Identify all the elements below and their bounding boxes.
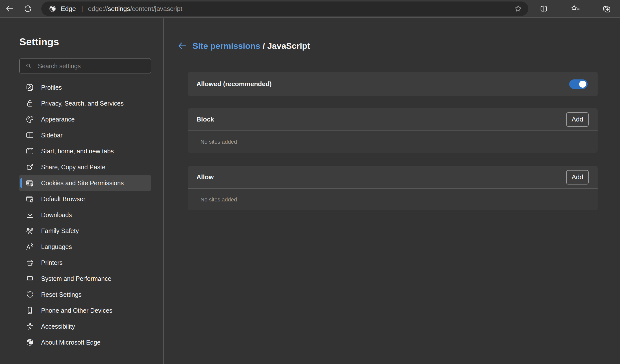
sidebar-item-start-home-tabs[interactable]: Start, home, and new tabs — [19, 143, 151, 159]
sidebar-item-sidebar[interactable]: Sidebar — [19, 127, 151, 143]
settings-search-box[interactable] — [19, 59, 151, 73]
family-safety-icon — [25, 226, 34, 235]
allow-add-button[interactable]: Add — [566, 170, 589, 184]
sidebar-panes-icon — [25, 131, 34, 140]
sidebar-item-system-performance[interactable]: System and Performance — [19, 271, 151, 287]
downloads-arrow-icon — [25, 210, 34, 219]
accessibility-icon — [25, 322, 34, 331]
cookies-permissions-icon — [25, 179, 34, 187]
sidebar-item-label: Privacy, Search, and Services — [41, 100, 124, 107]
url-path: /content/javascript — [130, 5, 183, 12]
sidebar-item-about-edge[interactable]: About Microsoft Edge — [19, 334, 151, 350]
block-add-button[interactable]: Add — [566, 112, 589, 127]
settings-nav: Profiles Privacy, Search, and Services — [0, 79, 163, 350]
share-copy-paste-icon — [25, 163, 34, 172]
search-input[interactable] — [38, 62, 147, 70]
search-icon — [25, 62, 32, 70]
permission-cards: Allowed (recommended) Block Add No sites… — [188, 72, 598, 210]
sidebar-item-reset-settings[interactable]: Reset Settings — [19, 287, 151, 303]
allowed-card: Allowed (recommended) — [188, 72, 598, 96]
settings-sidebar: Settings Profiles Privacy — [0, 18, 164, 364]
block-title: Block — [196, 116, 214, 123]
sidebar-item-label: Family Safety — [41, 227, 79, 235]
sidebar-item-share-copy-paste[interactable]: Share, Copy and Paste — [19, 159, 151, 175]
sidebar-item-accessibility[interactable]: Accessibility — [19, 318, 151, 334]
address-url[interactable]: edge://settings/content/javascript — [88, 5, 513, 13]
block-empty-text: No sites added — [200, 139, 237, 145]
browser-toolbar: Edge | edge://settings/content/javascrip… — [0, 0, 620, 18]
split-screen-button[interactable] — [538, 3, 550, 15]
edge-logo-icon — [48, 4, 57, 13]
split-screen-icon — [539, 4, 549, 13]
sidebar-item-printers[interactable]: Printers — [19, 255, 151, 271]
back-arrow-icon — [5, 4, 14, 13]
sidebar-item-label: Phone and Other Devices — [41, 307, 112, 314]
phone-devices-icon — [25, 306, 34, 315]
javascript-settings-panel: Site permissions / JavaScript Allowed (r… — [164, 18, 620, 364]
breadcrumb-current-page: / JavaScript — [263, 41, 310, 51]
reload-button[interactable] — [22, 3, 34, 15]
sidebar-item-label: Reset Settings — [41, 291, 82, 298]
sidebar-item-family-safety[interactable]: Family Safety — [19, 223, 151, 239]
sidebar-item-label: Appearance — [41, 116, 75, 123]
favorites-button[interactable] — [569, 3, 581, 15]
javascript-allowed-toggle[interactable] — [569, 79, 588, 89]
url-scheme: edge:// — [88, 5, 108, 12]
sidebar-item-label: Downloads — [41, 211, 72, 219]
sidebar-item-privacy[interactable]: Privacy, Search, and Services — [19, 95, 151, 111]
block-card: Block Add No sites added — [188, 108, 598, 153]
sidebar-item-appearance[interactable]: Appearance — [19, 111, 151, 127]
default-browser-icon — [25, 194, 34, 203]
toggle-knob — [579, 81, 586, 88]
appearance-palette-icon — [25, 115, 34, 124]
printer-icon — [25, 258, 34, 267]
allow-empty-text: No sites added — [200, 196, 237, 203]
breadcrumb: Site permissions / JavaScript — [177, 40, 598, 52]
sidebar-item-label: Default Browser — [41, 195, 85, 203]
privacy-lock-icon — [25, 99, 34, 108]
toolbar-right-icons — [538, 3, 613, 15]
favorites-hub-icon — [570, 4, 580, 14]
allowed-label: Allowed (recommended) — [196, 80, 272, 88]
page-content: Settings Profiles Privacy — [0, 18, 620, 364]
sidebar-item-label: Languages — [41, 243, 72, 250]
url-host: settings — [108, 5, 130, 12]
sidebar-item-label: Accessibility — [41, 323, 75, 330]
address-bar[interactable]: Edge | edge://settings/content/javascrip… — [41, 1, 528, 16]
site-info-chip[interactable]: Edge — [48, 4, 76, 13]
sidebar-item-phone-devices[interactable]: Phone and Other Devices — [19, 303, 151, 318]
sidebar-item-label: Sidebar — [41, 132, 62, 139]
breadcrumb-site-permissions-link[interactable]: Site permissions — [192, 41, 260, 51]
sidebar-item-label: Cookies and Site Permissions — [41, 180, 124, 187]
languages-icon — [25, 242, 34, 251]
sidebar-item-label: Start, home, and new tabs — [41, 148, 114, 155]
sidebar-item-label: About Microsoft Edge — [41, 339, 101, 346]
favorite-star-button[interactable] — [512, 3, 524, 14]
allow-title: Allow — [196, 173, 214, 181]
allow-card: Allow Add No sites added — [188, 166, 598, 210]
site-label: Edge — [61, 5, 76, 13]
settings-title: Settings — [19, 36, 163, 48]
collections-add-icon — [602, 4, 612, 14]
sidebar-item-cookies-site-permissions[interactable]: Cookies and Site Permissions — [19, 175, 151, 191]
selected-accent-bar — [20, 178, 22, 188]
sidebar-item-downloads[interactable]: Downloads — [19, 207, 151, 223]
collections-button[interactable] — [601, 3, 613, 15]
sidebar-item-label: Printers — [41, 259, 62, 266]
sidebar-item-label: System and Performance — [41, 275, 111, 282]
system-performance-icon — [25, 274, 34, 283]
profiles-icon — [25, 83, 34, 92]
star-icon — [514, 4, 523, 13]
sidebar-item-profiles[interactable]: Profiles — [19, 79, 151, 95]
reload-icon — [23, 4, 32, 13]
address-separator: | — [81, 5, 83, 13]
back-button[interactable] — [3, 3, 15, 15]
reset-settings-icon — [25, 290, 34, 299]
start-home-tabs-icon — [25, 147, 34, 156]
sidebar-item-default-browser[interactable]: Default Browser — [19, 191, 151, 207]
sidebar-item-label: Share, Copy and Paste — [41, 164, 106, 171]
back-to-site-permissions-button[interactable] — [177, 41, 187, 51]
back-arrow-icon — [177, 41, 187, 51]
sidebar-item-languages[interactable]: Languages — [19, 239, 151, 255]
edge-logo-icon — [25, 338, 34, 347]
